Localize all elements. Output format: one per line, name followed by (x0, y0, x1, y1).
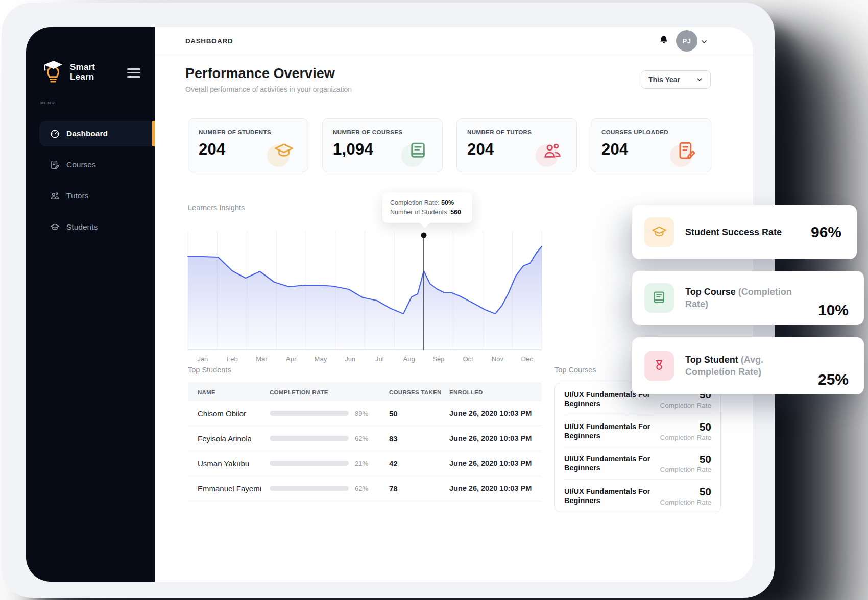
chart-x-axis-labels: JanFebMarAprMayJunJulAugSepOctNovDec (188, 355, 542, 363)
stat-icon-wrap (542, 140, 564, 163)
completion-bar-cell: 89% (270, 410, 389, 417)
month-label: Oct (453, 355, 483, 363)
month-label: Feb (218, 355, 247, 363)
progress-track (270, 461, 349, 466)
col-name: NAME (198, 389, 270, 395)
hamburger-menu-icon[interactable] (127, 66, 140, 80)
sidebar-item-label: Courses (66, 160, 96, 169)
completion-percent: 62% (355, 485, 368, 492)
icon-tile (644, 283, 674, 313)
dashboard-gauge-icon (50, 129, 60, 139)
sidebar-item-courses[interactable]: Courses (26, 152, 155, 178)
sidebar-item-label: Students (66, 222, 98, 232)
courses-taken: 83 (389, 434, 449, 443)
completion-bar-cell: 62% (270, 435, 389, 442)
chart-title: Learners Insights (188, 204, 245, 212)
table-header: NAME COMPLETION RATE COURSES TAKEN ENROL… (188, 383, 542, 401)
activity-card-title: Top Course (Completion Rate) (685, 286, 797, 310)
stat-card-students: NUMBER OF STUDENTS 204 (188, 118, 308, 172)
col-enrolled: ENROLLED (449, 389, 542, 395)
sidebar-item-students[interactable]: Students (26, 214, 155, 240)
book-icon (651, 290, 667, 306)
enrolled-date: June 26, 2020 10:03 PM (449, 409, 542, 417)
medal-icon (651, 358, 667, 374)
month-label: May (306, 355, 335, 363)
notification-bell-icon[interactable] (658, 34, 669, 47)
courses-taken: 78 (389, 484, 449, 493)
course-caption: Completion Rate (660, 466, 711, 473)
month-label: Dec (512, 355, 542, 363)
line-chart (188, 231, 542, 350)
month-label: Aug (394, 355, 424, 363)
period-selector[interactable]: This Year (641, 70, 711, 89)
course-value: 50 (660, 486, 711, 498)
student-cap-icon (50, 222, 60, 233)
stat-icon-wrap (676, 140, 698, 163)
course-caption: Completion Rate (660, 402, 711, 409)
sidebar-item-label: Dashboard (66, 129, 108, 138)
col-completion-rate: COMPLETION RATE (270, 389, 389, 395)
month-label: Apr (276, 355, 306, 363)
learners-insights-chart (188, 231, 542, 350)
icon-tile (644, 351, 674, 381)
activity-card-value: 96% (811, 223, 841, 241)
sidebar-item-tutors[interactable]: Tutors (26, 183, 155, 209)
graduation-cap-icon (273, 140, 295, 162)
screen: Smart Learn MENU Dashboard (0, 0, 868, 600)
activity-card-title: Student Success Rate (685, 226, 797, 238)
stat-label: COURSES UPLOADED (601, 129, 701, 135)
sidebar-item-dashboard[interactable]: Dashboard (39, 121, 155, 146)
sidebar: Smart Learn MENU Dashboard (26, 27, 155, 582)
completion-percent: 62% (355, 435, 368, 442)
completion-bar-cell: 21% (270, 460, 389, 467)
student-name: Chisom Obilor (198, 409, 270, 418)
progress-track (270, 436, 349, 441)
brand-name: Smart Learn (70, 62, 95, 82)
user-avatar[interactable]: PJ (676, 30, 697, 52)
stat-card-tutors: NUMBER OF TUTORS 204 (456, 118, 577, 172)
progress-track (270, 486, 349, 491)
activity-card-value: 25% (818, 371, 849, 388)
completion-bar-cell: 62% (270, 485, 389, 492)
activity-card-top-student: Top Student (Avg. Completion Rate) 25% (632, 337, 864, 394)
col-courses-taken: COURSES TAKEN (389, 389, 449, 395)
table-row: Usman Yakubu 21% 42 June 26, 2020 10:03 … (188, 451, 542, 476)
completion-percent: 21% (355, 460, 368, 467)
table-row: Chisom Obilor 89% 50 June 26, 2020 10:03… (188, 401, 542, 426)
completion-percent: 89% (355, 410, 368, 417)
month-label: Jan (188, 355, 218, 363)
course-title: UI/UX Fundamentals For Beginners (564, 422, 654, 440)
activity-card-top-course: Top Course (Completion Rate) 10% (632, 271, 864, 325)
profile-chevron-down-icon[interactable] (700, 38, 708, 46)
course-list-item: UI/UX Fundamentals For Beginners 50 Comp… (564, 480, 711, 512)
courses-taken: 50 (389, 409, 449, 418)
student-name: Emmanuel Fayemi (198, 484, 270, 493)
menu-section-label: MENU (40, 101, 55, 105)
activity-card-student-success: Student Success Rate 96% (632, 205, 857, 259)
stat-card-uploaded: COURSES UPLOADED 204 (591, 118, 711, 172)
smartlearn-logo-icon (41, 59, 65, 85)
stat-label: NUMBER OF STUDENTS (199, 129, 298, 135)
tooltip-number-of-students: Number of Students: 560 (390, 208, 472, 217)
document-pen-icon (676, 140, 697, 162)
tutors-people-icon (50, 191, 60, 202)
topbar: DASHBOARD PJ (155, 27, 753, 55)
enrolled-date: June 26, 2020 10:03 PM (449, 484, 542, 492)
page-subtitle: Overall performance of activities in you… (185, 85, 352, 93)
table-row: Emmanuel Fayemi 62% 78 June 26, 2020 10:… (188, 476, 542, 501)
month-label: Jun (335, 355, 365, 363)
period-selector-value: This Year (648, 76, 680, 84)
chart-tooltip: Completion Rate: 50% Number of Students:… (382, 192, 472, 223)
sidebar-nav: Dashboard Courses Tutors (26, 121, 155, 245)
book-icon (407, 140, 429, 162)
course-caption: Completion Rate (660, 434, 711, 441)
course-list-item: UI/UX Fundamentals For Beginners 50 Comp… (564, 415, 711, 447)
activity-card-value: 10% (818, 302, 849, 319)
course-title: UI/UX Fundamentals For Beginners (564, 487, 654, 505)
enrolled-date: June 26, 2020 10:03 PM (449, 459, 542, 467)
stat-icon-wrap (273, 140, 296, 163)
month-label: Mar (247, 355, 277, 363)
people-icon (542, 140, 563, 162)
course-value: 50 (660, 421, 711, 433)
activity-card-title: Top Student (Avg. Completion Rate) (685, 354, 797, 378)
